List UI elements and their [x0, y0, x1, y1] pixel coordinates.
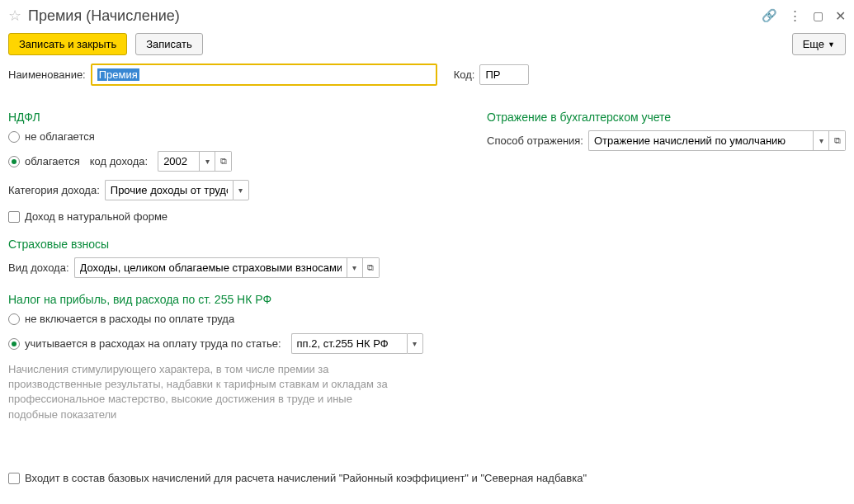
profit-tax-description: Начисления стимулирующего характера, в т… — [8, 362, 396, 422]
name-value: Премия — [97, 68, 139, 81]
close-icon[interactable]: ✕ — [835, 8, 846, 24]
method-label: Способ отражения: — [487, 134, 583, 147]
ndfl-taxed-label: облагается — [25, 155, 80, 167]
article-dropdown-button[interactable]: ▾ — [407, 333, 423, 354]
ndfl-not-taxed-label: не облагается — [25, 130, 95, 143]
income-type-input[interactable] — [74, 257, 347, 278]
income-code-dropdown-button[interactable]: ▾ — [199, 151, 215, 172]
name-label: Наименование: — [8, 68, 86, 81]
accounting-section-title: Отражение в бухгалтерском учете — [487, 111, 846, 124]
category-dropdown-button[interactable]: ▾ — [233, 180, 249, 200]
open-icon: ⧉ — [834, 135, 841, 146]
natural-income-checkbox[interactable] — [8, 211, 20, 223]
code-label: Код: — [454, 68, 475, 81]
income-type-open-button[interactable]: ⧉ — [363, 257, 380, 278]
not-included-radio[interactable] — [8, 313, 20, 325]
income-code-label: код дохода: — [90, 155, 148, 167]
ndfl-not-taxed-radio[interactable] — [8, 131, 20, 143]
method-input[interactable] — [588, 130, 813, 151]
article-input[interactable] — [291, 333, 407, 354]
income-type-dropdown-button[interactable]: ▾ — [347, 257, 363, 278]
ndfl-taxed-radio[interactable] — [8, 156, 20, 167]
name-input[interactable]: Премия — [91, 64, 437, 86]
included-radio[interactable] — [8, 338, 20, 350]
save-button[interactable]: Записать — [135, 33, 203, 55]
code-input[interactable] — [479, 64, 529, 85]
income-type-label: Вид дохода: — [8, 261, 69, 274]
save-close-button[interactable]: Записать и закрыть — [8, 33, 127, 55]
income-code-open-button[interactable]: ⧉ — [215, 151, 232, 172]
not-included-label: не включается в расходы по оплате труда — [25, 313, 234, 325]
insurance-section-title: Страховые взносы — [8, 238, 454, 251]
profit-tax-section-title: Налог на прибыль, вид расхода по ст. 255… — [8, 293, 454, 306]
maximize-icon[interactable]: ▢ — [813, 9, 823, 22]
natural-income-label: Доход в натуральной форме — [25, 210, 167, 223]
link-icon[interactable]: 🔗 — [762, 8, 777, 23]
window-title: Премия (Начисление) — [28, 7, 762, 25]
more-label: Еще — [803, 38, 824, 50]
base-accruals-label: Входит в состав базовых начислений для р… — [25, 472, 587, 484]
chevron-down-icon: ▼ — [828, 40, 835, 49]
included-label: учитывается в расходах на оплату труда п… — [25, 337, 281, 350]
open-icon: ⧉ — [220, 156, 227, 167]
base-accruals-checkbox[interactable] — [8, 473, 20, 484]
method-open-button[interactable]: ⧉ — [829, 130, 846, 151]
category-label: Категория дохода: — [8, 184, 100, 196]
income-code-input[interactable] — [158, 151, 199, 172]
ndfl-section-title: НДФЛ — [8, 111, 454, 124]
open-icon: ⧉ — [367, 262, 374, 273]
menu-dots-icon[interactable]: ⋮ — [789, 8, 801, 23]
favorite-star-icon[interactable]: ☆ — [8, 7, 21, 25]
more-button[interactable]: Еще ▼ — [792, 33, 846, 55]
category-input[interactable] — [105, 180, 233, 200]
method-dropdown-button[interactable]: ▾ — [813, 130, 829, 151]
